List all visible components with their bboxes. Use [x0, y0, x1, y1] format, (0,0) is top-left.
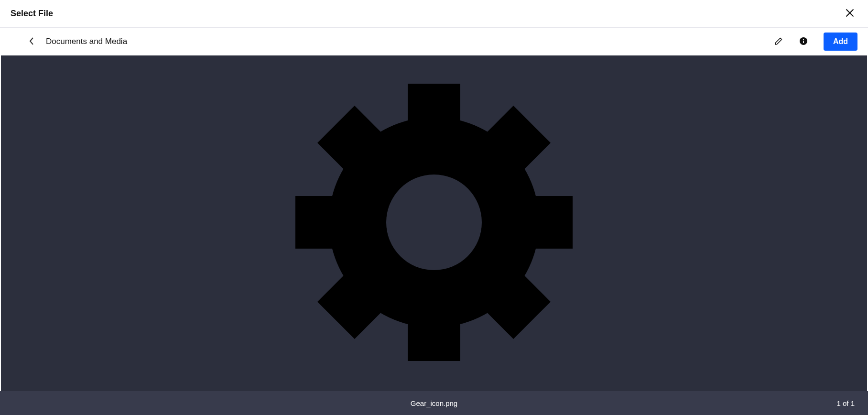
svg-rect-12 — [408, 304, 460, 361]
back-button[interactable] — [25, 35, 38, 48]
svg-point-4 — [803, 39, 804, 40]
gear-icon — [291, 79, 577, 368]
preview-image — [291, 79, 577, 368]
chevron-left-icon — [29, 37, 34, 47]
footer-bar: Gear_icon.png 1 of 1 — [0, 391, 868, 415]
add-button[interactable]: Add — [824, 33, 857, 51]
close-icon — [846, 9, 854, 19]
info-button[interactable] — [793, 31, 814, 52]
svg-rect-8 — [408, 84, 460, 141]
modal-header: Select File — [0, 0, 868, 28]
pencil-icon — [774, 37, 783, 47]
svg-rect-10 — [515, 196, 573, 249]
info-icon — [799, 37, 808, 47]
pagination-label: 1 of 1 — [836, 399, 855, 407]
close-button[interactable] — [842, 6, 857, 22]
toolbar: Documents and Media Add — [0, 28, 868, 55]
toolbar-right: Add — [768, 31, 857, 52]
breadcrumb[interactable]: Documents and Media — [46, 37, 127, 46]
svg-rect-3 — [803, 41, 804, 43]
svg-rect-14 — [295, 196, 353, 249]
edit-button[interactable] — [768, 31, 789, 52]
toolbar-left: Documents and Media — [25, 35, 127, 48]
filename-label: Gear_icon.png — [411, 399, 457, 407]
modal-title: Select File — [11, 9, 53, 19]
preview-area — [1, 55, 867, 391]
